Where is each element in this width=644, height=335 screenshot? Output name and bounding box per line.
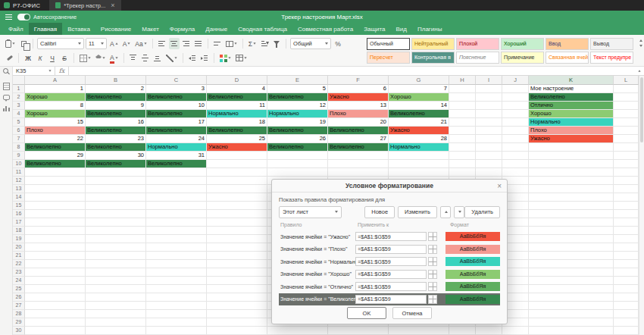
cell-B1[interactable]: 2	[86, 85, 146, 93]
cell-L10[interactable]	[614, 160, 639, 168]
menu-tab-2[interactable]: Главная	[29, 23, 62, 35]
change-case-button[interactable]: Аа	[133, 38, 148, 49]
cell-A3[interactable]: 8	[25, 102, 86, 110]
cell-C27[interactable]	[146, 302, 207, 310]
document-tab[interactable]: *Трекер настр... ×	[49, 0, 120, 11]
align-left-button[interactable]	[157, 38, 167, 49]
cell-H3[interactable]	[449, 102, 476, 110]
cell-L25[interactable]	[614, 285, 639, 293]
cell-D19[interactable]	[207, 235, 267, 243]
menu-tab-6[interactable]: Формула	[164, 23, 201, 35]
cell-K21[interactable]	[529, 252, 614, 260]
row-header-1[interactable]: 1	[13, 85, 25, 93]
cell-L19[interactable]	[614, 235, 639, 243]
move-rule-down-button[interactable]	[454, 206, 464, 218]
cell-H2[interactable]	[449, 93, 476, 102]
cell-E8[interactable]: Великолепно	[267, 143, 328, 152]
cell-A27[interactable]	[25, 302, 86, 310]
cell-J11[interactable]	[502, 168, 529, 177]
valign-bottom-button[interactable]	[152, 52, 163, 64]
cell-J30[interactable]	[502, 327, 529, 335]
cell-A5[interactable]: 15	[25, 118, 86, 127]
search-icon[interactable]	[3, 68, 10, 75]
increase-indent-button[interactable]	[199, 52, 210, 64]
gallery-up-icon[interactable]	[639, 39, 642, 42]
cell-A6[interactable]: Плохо	[25, 127, 86, 135]
cell-L16[interactable]	[614, 210, 639, 218]
cell-L30[interactable]	[614, 327, 639, 335]
merge-cells-button[interactable]	[224, 38, 239, 49]
borders-button[interactable]	[78, 52, 92, 64]
cf-rule-range-input[interactable]: =$A$1:$G$59	[355, 270, 427, 279]
cell-J6[interactable]	[502, 127, 529, 135]
cell-C13[interactable]	[146, 185, 207, 193]
cell-A14[interactable]	[25, 193, 86, 202]
cell-A29[interactable]	[25, 318, 86, 327]
cell-style-2[interactable]: Нейтральный	[411, 38, 455, 50]
cell-G8[interactable]: Нормально	[389, 143, 449, 152]
cell-K22[interactable]	[529, 260, 614, 268]
cell-G6[interactable]: Ужасно	[389, 127, 449, 135]
cell-K3[interactable]: Отлично	[529, 102, 614, 110]
row-header-16[interactable]: 16	[13, 210, 25, 218]
cell-B30[interactable]	[86, 327, 146, 335]
cell-A2[interactable]: Хорошо	[25, 93, 86, 102]
cell-K9[interactable]	[529, 152, 614, 160]
cell-C11[interactable]	[146, 168, 207, 177]
dialog-title-bar[interactable]: Условное форматирование ×	[272, 180, 507, 193]
cancel-button[interactable]: Отмена	[392, 307, 432, 319]
select-range-icon[interactable]	[428, 270, 437, 279]
menu-tab-8[interactable]: Сводная таблица	[233, 23, 292, 35]
strikethrough-button[interactable]: S	[59, 52, 70, 64]
col-header-I[interactable]: I	[476, 76, 502, 85]
cell-A26[interactable]	[25, 293, 86, 302]
cell-B23[interactable]	[86, 268, 146, 277]
cell-K23[interactable]	[529, 268, 614, 277]
cell-style-6[interactable]: Вывод	[590, 38, 633, 50]
cell-B28[interactable]	[86, 310, 146, 318]
cell-K20[interactable]	[529, 243, 614, 252]
menu-tab-12[interactable]: Плагины	[412, 23, 447, 35]
cell-L26[interactable]	[614, 293, 639, 302]
cell-C6[interactable]: Великолепно	[146, 127, 207, 135]
cell-K13[interactable]	[529, 185, 614, 193]
cell-A10[interactable]: Великолепно	[25, 160, 86, 168]
cell-C19[interactable]	[146, 235, 207, 243]
cell-B13[interactable]	[86, 185, 146, 193]
cell-D30[interactable]	[207, 327, 267, 335]
cell-J9[interactable]	[502, 152, 529, 160]
row-header-13[interactable]: 13	[13, 185, 25, 193]
cell-C28[interactable]	[146, 310, 207, 318]
cell-style-3[interactable]: Плохой	[456, 38, 499, 50]
fill-color-button[interactable]	[94, 52, 107, 64]
row-header-21[interactable]: 21	[13, 252, 25, 260]
row-header-18[interactable]: 18	[13, 227, 25, 235]
cell-K17[interactable]	[529, 218, 614, 227]
cell-F5[interactable]: 20	[328, 118, 389, 127]
select-range-icon[interactable]	[428, 232, 437, 241]
align-center-button[interactable]	[169, 38, 180, 49]
cell-K12[interactable]	[529, 177, 614, 185]
cell-L29[interactable]	[614, 318, 639, 327]
cell-D5[interactable]: 18	[207, 118, 267, 127]
cell-G10[interactable]	[389, 160, 449, 168]
cell-style-4[interactable]: Хороший	[501, 38, 544, 50]
cell-A12[interactable]	[25, 177, 86, 185]
cell-C21[interactable]	[146, 252, 207, 260]
cell-F8[interactable]: Великолепно	[328, 143, 389, 152]
row-header-3[interactable]: 3	[13, 102, 25, 110]
cell-A16[interactable]	[25, 210, 86, 218]
cell-B5[interactable]: 16	[86, 118, 146, 127]
cell-L28[interactable]	[614, 310, 639, 318]
cell-B16[interactable]	[86, 210, 146, 218]
cell-style-7[interactable]: Пересчет	[367, 52, 410, 64]
cell-B15[interactable]	[86, 202, 146, 210]
cell-A23[interactable]	[25, 268, 86, 277]
select-range-icon[interactable]	[428, 282, 437, 291]
cell-D2[interactable]: Великолепно	[207, 93, 267, 102]
cell-I6[interactable]	[476, 127, 502, 135]
insert-function-button[interactable]: fx	[55, 67, 69, 76]
gallery-down-icon[interactable]	[639, 45, 642, 47]
cell-I5[interactable]	[476, 118, 502, 127]
format-as-table-button[interactable]	[234, 52, 249, 64]
